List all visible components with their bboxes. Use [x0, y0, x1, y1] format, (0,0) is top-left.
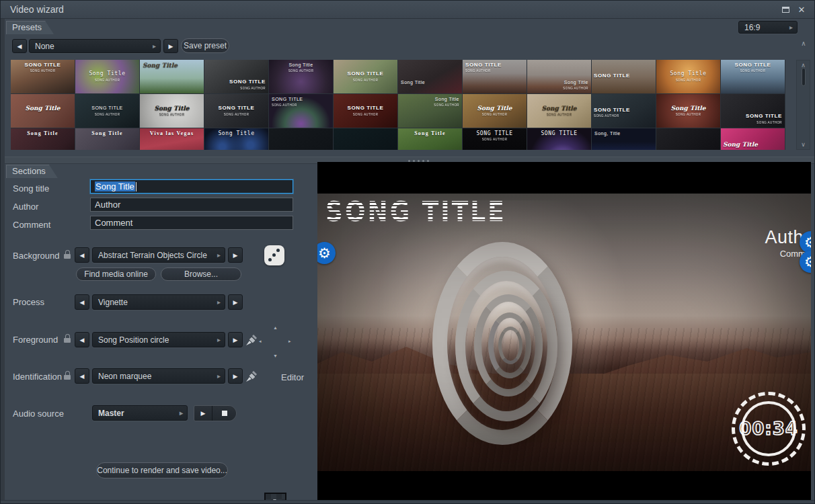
preset-thumbnail[interactable]	[656, 128, 720, 150]
song-title-input[interactable]: Song Title	[90, 179, 293, 194]
randomize-dice-button[interactable]	[264, 245, 284, 265]
pan-down-icon[interactable]: ▼	[273, 353, 278, 358]
paint-brush-icon[interactable]	[245, 370, 258, 383]
panel-collapse-button[interactable]: ∧	[797, 40, 810, 47]
thumbnail-subtitle: SONG AUTHOR	[721, 70, 785, 73]
preset-thumbnail[interactable]: SONG TITLESONG AUTHOR	[334, 94, 397, 128]
identification-prev-button[interactable]: ◀	[75, 368, 89, 384]
preset-thumbnail[interactable]: Song TitleSONG AUTHOR	[656, 94, 720, 128]
lock-icon[interactable]	[64, 250, 71, 259]
preset-thumbnail[interactable]: Song Title	[75, 128, 139, 150]
preset-thumbnail[interactable]: Song TitleSONG AUTHOR	[656, 60, 720, 93]
foreground-prev-button[interactable]: ◀	[75, 332, 89, 347]
thumbnail-title: SONG TITLE	[334, 71, 397, 77]
preset-thumbnail[interactable]	[334, 128, 397, 150]
dropdown-arrow-icon: ▸	[217, 299, 221, 306]
maximize-button[interactable]	[779, 5, 791, 15]
scrollbar-thumb[interactable]	[802, 68, 806, 86]
process-next-button[interactable]: ▶	[228, 294, 243, 310]
preset-thumbnail[interactable]: SONG TITLESONG AUTHOR	[204, 60, 268, 93]
preset-thumbnail[interactable]: SONG TITLESONG AUTHOR	[463, 128, 527, 150]
background-prev-button[interactable]: ◀	[75, 247, 89, 263]
close-icon: ✕	[798, 5, 806, 15]
paint-brush-icon[interactable]	[245, 333, 258, 347]
preset-thumbnail[interactable]: Song TitleSONG AUTHOR	[398, 94, 462, 128]
aspect-ratio-select[interactable]: 16:9 ▸	[738, 21, 798, 34]
lock-icon[interactable]	[64, 334, 71, 343]
preset-thumbnail[interactable]: SONG TITLESONG AUTHOR	[463, 60, 527, 93]
find-media-online-button[interactable]: Find media online	[76, 267, 156, 281]
preset-thumbnail[interactable]: SONG TITLESONG AUTHOR	[592, 94, 656, 128]
preset-thumbnail[interactable]: Song Title	[398, 60, 462, 93]
preset-thumbnail[interactable]: SONG TITLESONG AUTHOR	[11, 60, 75, 93]
background-next-button[interactable]: ▶	[228, 247, 243, 263]
tab-sections[interactable]: Sections	[6, 165, 58, 178]
comment-input[interactable]	[90, 216, 293, 230]
play-button[interactable]: ▶	[194, 406, 212, 421]
preset-thumbnail[interactable]: Song TitleSONG AUTHOR	[75, 60, 139, 93]
close-button[interactable]: ✕	[795, 5, 808, 15]
preset-thumbnail[interactable]: SONG TITLESONG AUTHOR	[721, 94, 785, 128]
continue-render-button[interactable]: Continue to render and save video...	[96, 462, 228, 478]
preset-thumbnail[interactable]: SONG TITLE	[592, 60, 656, 93]
preset-thumbnail[interactable]: SONG TITLESONG AUTHOR	[75, 94, 139, 128]
preset-next-button[interactable]: ▶	[163, 39, 178, 53]
aspect-ratio-value: 16:9	[744, 23, 760, 32]
background-select[interactable]: Abstract Terrain Objects Circle ▸	[92, 247, 225, 263]
scroll-down-icon[interactable]: ∨	[797, 141, 810, 148]
thumbnail-title: SONG TITLE	[721, 62, 785, 69]
preset-select-value: None	[35, 42, 54, 51]
preset-thumbnail[interactable]: Song TitleSONG AUTHOR	[463, 94, 527, 128]
process-prev-button[interactable]: ◀	[75, 294, 89, 310]
preset-thumbnail[interactable]: SONG TITLESONG AUTHOR	[334, 60, 397, 93]
preset-select[interactable]: None ▸	[29, 39, 161, 53]
process-select[interactable]: Vignette ▸	[92, 294, 225, 310]
pan-up-icon[interactable]: ▲	[273, 325, 278, 330]
browse-button[interactable]: Browse...	[161, 267, 241, 281]
stop-button[interactable]	[212, 406, 236, 421]
preset-thumbnail[interactable]: Song Title	[11, 94, 75, 128]
prev-arrow-icon: ◀	[80, 337, 85, 343]
identification-next-button[interactable]: ▶	[228, 368, 243, 384]
pan-right-icon[interactable]: ▸	[288, 339, 291, 343]
save-preset-button[interactable]: Save preset	[181, 38, 229, 53]
preset-scrollbar[interactable]: ∧ ∨	[796, 60, 810, 150]
author-input[interactable]	[90, 198, 293, 212]
editor-label: Editor	[281, 372, 304, 382]
thumbnail-subtitle: SONG AUTHOR	[527, 114, 591, 117]
foreground-next-button[interactable]: ▶	[228, 332, 243, 347]
pan-left-icon[interactable]: ◂	[259, 339, 262, 343]
preset-thumbnail[interactable]: Song TitleSONG AUTHOR	[527, 94, 591, 128]
preset-thumbnail[interactable]: Song TitleSONG AUTHOR	[527, 60, 591, 93]
thumbnail-subtitle: SONG AUTHOR	[75, 79, 139, 83]
tab-presets[interactable]: Presets	[6, 21, 54, 34]
preset-thumbnail[interactable]: SONG TITLESONG AUTHOR	[721, 60, 785, 93]
dropdown-arrow-icon: ▸	[217, 252, 221, 259]
preset-thumbnail[interactable]: Song Title	[204, 128, 268, 150]
preset-prev-button[interactable]: ◀	[12, 39, 27, 53]
preset-thumbnail[interactable]: SONG TITLE	[527, 128, 591, 150]
preset-thumbnail[interactable]: Song Title	[140, 60, 204, 93]
thumbnail-title: SONG TITLE	[11, 62, 75, 69]
preset-thumbnail[interactable]: Song Title	[398, 128, 462, 150]
thumbnail-subtitle: SONG AUTHOR	[75, 114, 139, 117]
thumbnail-title: Song, Title	[594, 131, 621, 136]
preset-thumbnail[interactable]: SONG TITLESONG AUTHOR	[204, 94, 268, 128]
thumbnail-title: Viva las Vegas	[140, 131, 204, 137]
audio-source-select[interactable]: Master ▸	[92, 405, 188, 421]
preset-thumbnail[interactable]	[269, 128, 333, 150]
preset-thumbnail[interactable]: Viva las Vegas	[140, 128, 204, 150]
preset-thumbnail[interactable]: Song Title	[721, 128, 785, 150]
dropdown-arrow-icon: ▸	[789, 24, 793, 31]
preset-thumbnail[interactable]: SONG TITLESONG AUTHOR	[269, 94, 333, 128]
lock-icon[interactable]	[64, 371, 71, 380]
foreground-select[interactable]: Song Position circle ▸	[92, 332, 225, 347]
identification-select[interactable]: Neon marquee ▸	[92, 368, 225, 384]
preset-thumbnail[interactable]: Song TitleSONG AUTHOR	[269, 60, 333, 93]
thumbnail-title: Song Title	[401, 80, 425, 85]
thumbnail-title: Song Title	[435, 97, 459, 102]
preset-thumbnail[interactable]: Song TitleSONG AUTHOR	[140, 94, 204, 128]
preset-thumbnail[interactable]: Song, Title	[592, 128, 656, 150]
preset-thumbnail[interactable]: Song Title	[11, 128, 75, 150]
thumbnail-subtitle: SONG AUTHOR	[140, 114, 204, 117]
